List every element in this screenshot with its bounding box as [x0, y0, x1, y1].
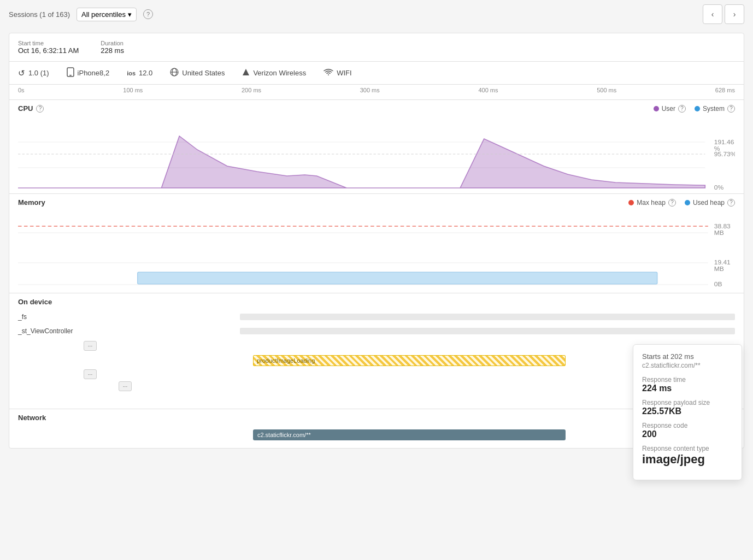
- svg-marker-5: [243, 69, 249, 75]
- globe-icon: [170, 68, 179, 78]
- response-code-field: Response code 200: [642, 422, 733, 439]
- cpu-header: CPU ? User ? System ?: [9, 100, 744, 117]
- legend-used-heap: Used heap ?: [685, 199, 735, 207]
- wifi-icon: [323, 68, 333, 78]
- sessions-label: Sessions (1 of 163): [9, 10, 70, 19]
- cpu-section: CPU ? User ? System ?: [9, 100, 744, 194]
- memory-chart-area: 38.83 MB 19.41 MB 0B: [9, 211, 744, 293]
- prev-button[interactable]: ‹: [703, 4, 722, 24]
- ruler-labels: 0s 100 ms 200 ms 300 ms 400 ms 500 ms 62…: [18, 87, 735, 95]
- top-bar: Sessions (1 of 163) All percentiles ▾ ? …: [0, 0, 753, 28]
- fs-row: _fs: [9, 310, 744, 323]
- payload-size-field: Response payload size 225.57KB: [642, 399, 733, 416]
- used-heap-dot: [685, 200, 690, 205]
- product-image-bar: productImageLoading: [253, 355, 566, 366]
- memory-legend: Max heap ? Used heap ?: [628, 199, 735, 207]
- chevron-left-icon: ‹: [711, 10, 714, 19]
- svg-text:38.83: 38.83: [714, 223, 731, 229]
- device-row: ↺ 1.0 (1) iPhone8,2 ios 12.0: [9, 62, 744, 85]
- cpu-chart-area: 191.46 % 95.73% 0%: [9, 117, 744, 193]
- os-item: ios 12.0: [127, 69, 152, 77]
- duration-field: Duration 228 ms: [101, 40, 124, 55]
- ellipsis-button-2[interactable]: ···: [84, 369, 97, 379]
- cpu-chart-svg: 191.46 % 95.73% 0%: [18, 117, 735, 193]
- ios-icon: ios: [127, 70, 136, 76]
- memory-header: Memory Max heap ? Used heap ?: [9, 194, 744, 211]
- user-dot: [654, 106, 659, 111]
- system-help-icon[interactable]: ?: [727, 105, 735, 113]
- percentile-dropdown[interactable]: All percentiles ▾: [77, 8, 137, 21]
- timeline-ruler: 0s 100 ms 200 ms 300 ms 400 ms 500 ms 62…: [9, 85, 744, 100]
- reload-icon: ↺: [18, 68, 25, 78]
- st-viewcontroller-row: _st_ViewController: [9, 325, 744, 338]
- memory-title: Memory: [18, 198, 45, 207]
- svg-text:MB: MB: [714, 266, 724, 272]
- ellipsis-button-3[interactable]: ···: [119, 381, 132, 391]
- legend-system: System ?: [695, 105, 735, 113]
- signal-icon: [242, 68, 250, 78]
- wifi-item: WIFI: [323, 68, 351, 78]
- fs-label: _fs: [18, 313, 84, 321]
- cpu-title: CPU: [18, 104, 33, 113]
- memory-section: Memory Max heap ? Used heap ?: [9, 194, 744, 293]
- version-item: ↺ 1.0 (1): [18, 68, 49, 78]
- svg-rect-18: [138, 272, 657, 284]
- svg-text:19.41: 19.41: [714, 259, 731, 265]
- cpu-legend: User ? System ?: [654, 105, 735, 113]
- used-heap-help-icon[interactable]: ?: [727, 199, 735, 207]
- ellipsis-button-1[interactable]: ···: [84, 341, 97, 351]
- session-info: Start time Oct 16, 6:32:11 AM Duration 2…: [9, 33, 744, 62]
- help-icon[interactable]: ?: [143, 9, 153, 19]
- device-item: iPhone8,2: [67, 67, 110, 79]
- country-item: United States: [170, 68, 225, 78]
- svg-text:191.46: 191.46: [714, 139, 734, 145]
- legend-user: User ?: [654, 105, 686, 113]
- on-device-header: On device: [9, 293, 744, 310]
- network-bar: c2.staticflickr.com/**: [253, 429, 566, 440]
- svg-rect-1: [69, 75, 72, 76]
- phone-icon: [67, 67, 74, 79]
- svg-text:0%: 0%: [714, 184, 723, 190]
- svg-text:95.73%: 95.73%: [714, 151, 735, 157]
- next-button[interactable]: ›: [725, 4, 744, 24]
- svg-text:0B: 0B: [714, 281, 722, 287]
- start-time-field: Start time Oct 16, 6:32:11 AM: [18, 40, 79, 55]
- max-heap-dot: [628, 200, 634, 205]
- svg-text:MB: MB: [714, 229, 724, 235]
- tooltip-card: Starts at 202 ms c2.staticflickr.com/** …: [633, 344, 742, 453]
- memory-chart-svg: 38.83 MB 19.41 MB 0B: [18, 211, 735, 293]
- legend-max-heap: Max heap ?: [628, 199, 676, 207]
- cpu-help-icon[interactable]: ?: [36, 105, 44, 113]
- response-time-field: Response time 224 ms: [642, 376, 733, 393]
- tooltip-title: Starts at 202 ms: [642, 352, 733, 361]
- st-viewcontroller-label: _st_ViewController: [18, 327, 84, 335]
- chevron-right-icon: ›: [733, 10, 736, 19]
- max-heap-help-icon[interactable]: ?: [668, 199, 676, 207]
- chevron-down-icon: ▾: [128, 10, 132, 19]
- nav-buttons: ‹ ›: [703, 4, 744, 24]
- user-help-icon[interactable]: ?: [678, 105, 686, 113]
- tooltip-subtitle: c2.staticflickr.com/**: [642, 362, 733, 369]
- carrier-item: Verizon Wireless: [242, 68, 306, 78]
- system-dot: [695, 106, 700, 111]
- content-type-field: Response content type image/jpeg: [642, 445, 733, 453]
